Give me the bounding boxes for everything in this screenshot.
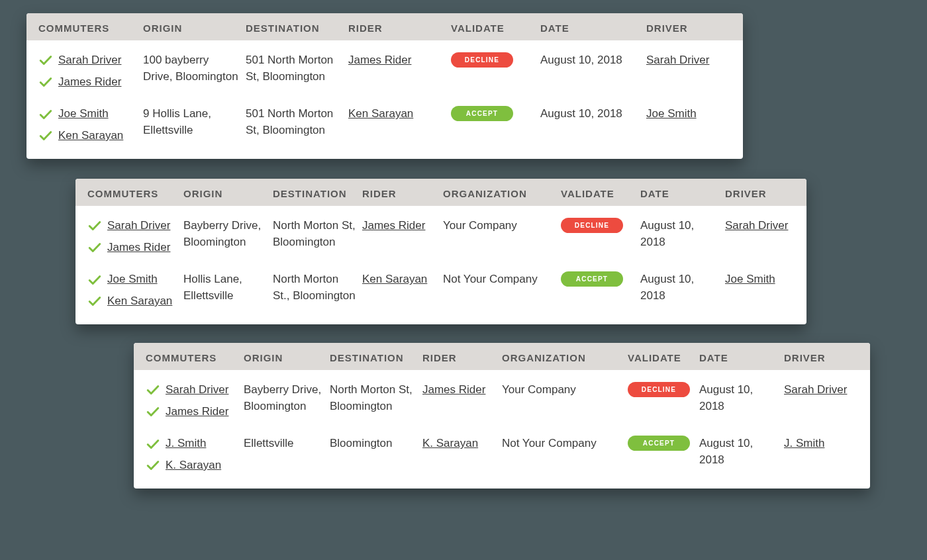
- commuter-link[interactable]: K. Sarayan: [166, 457, 221, 474]
- date-cell: August 10, 2018: [540, 52, 646, 69]
- check-icon: [146, 458, 160, 473]
- date-cell: August 10, 2018: [699, 382, 784, 414]
- date-cell: August 10, 2018: [699, 436, 784, 468]
- date-cell: August 10, 2018: [640, 218, 725, 250]
- rider-link[interactable]: James Rider: [422, 383, 485, 396]
- check-icon: [87, 240, 102, 255]
- commuter-item: Sarah Driver: [146, 382, 237, 398]
- organization-cell: Not Your Company: [443, 271, 561, 288]
- commuter-link[interactable]: James Rider: [166, 404, 228, 420]
- destination-cell: North Morton St, Bloomington: [330, 382, 422, 414]
- col-destination: DESTINATION: [330, 352, 422, 363]
- accept-button[interactable]: ACCEPT: [628, 436, 690, 451]
- driver-link[interactable]: Joe Smith: [646, 107, 697, 120]
- driver-link[interactable]: Sarah Driver: [646, 54, 709, 66]
- check-icon: [38, 75, 53, 89]
- commuter-link[interactable]: Ken Sarayan: [107, 293, 172, 310]
- rider-link[interactable]: Ken Sarayan: [362, 273, 427, 285]
- col-rider: RIDER: [348, 23, 451, 34]
- col-rider: RIDER: [362, 188, 443, 199]
- commuter-link[interactable]: Joe Smith: [107, 271, 158, 288]
- accept-button[interactable]: ACCEPT: [561, 271, 623, 287]
- table-row: Joe SmithKen SarayanHollis Lane, Elletts…: [75, 259, 806, 313]
- commuter-link[interactable]: Joe Smith: [58, 106, 109, 122]
- commuter-item: James Rider: [87, 240, 177, 256]
- rider-link[interactable]: James Rider: [362, 219, 425, 232]
- rider-link[interactable]: James Rider: [348, 54, 411, 66]
- driver-link[interactable]: Sarah Driver: [784, 383, 847, 396]
- commuter-link[interactable]: Sarah Driver: [166, 382, 228, 398]
- trip-table-card-1: COMMUTERS ORIGIN DESTINATION RIDER VALID…: [26, 13, 743, 159]
- check-icon: [87, 294, 102, 308]
- col-commuters: COMMUTERS: [38, 23, 143, 34]
- table-row: Sarah DriverJames RiderBayberry Drive, B…: [75, 206, 806, 259]
- commuter-link[interactable]: J. Smith: [166, 436, 206, 452]
- commuter-item: Joe Smith: [87, 271, 177, 288]
- col-validate: VALIDATE: [628, 352, 699, 363]
- col-origin: ORIGIN: [143, 23, 246, 34]
- table-row: J. SmithK. SarayanEllettsvilleBloomingto…: [134, 424, 870, 477]
- organization-cell: Not Your Company: [502, 436, 628, 452]
- table-body: Sarah DriverJames Rider100 bayberry Driv…: [26, 40, 743, 159]
- destination-cell: North Morton St, Bloomington: [273, 218, 362, 250]
- col-date: DATE: [699, 352, 784, 363]
- col-origin: ORIGIN: [244, 352, 330, 363]
- origin-cell: 9 Hollis Lane, Ellettsville: [143, 106, 246, 138]
- col-driver: DRIVER: [646, 23, 739, 34]
- destination-cell: North Morton St., Bloomington: [273, 271, 362, 304]
- commuter-link[interactable]: Sarah Driver: [107, 218, 170, 234]
- col-commuters: COMMUTERS: [87, 188, 183, 199]
- destination-cell: 501 North Morton St, Bloomington: [246, 106, 348, 138]
- table-header: COMMUTERS ORIGIN DESTINATION RIDER ORGAN…: [134, 343, 870, 370]
- col-rider: RIDER: [422, 352, 502, 363]
- check-icon: [87, 273, 102, 287]
- commuter-item: James Rider: [146, 404, 237, 420]
- check-icon: [146, 437, 160, 451]
- col-destination: DESTINATION: [273, 188, 362, 199]
- commuter-item: Ken Sarayan: [87, 293, 177, 310]
- col-origin: ORIGIN: [183, 188, 273, 199]
- commuter-item: James Rider: [38, 74, 136, 91]
- commuter-item: J. Smith: [146, 436, 237, 452]
- driver-link[interactable]: J. Smith: [784, 437, 824, 449]
- rider-link[interactable]: Ken Sarayan: [348, 107, 413, 120]
- col-destination: DESTINATION: [246, 23, 348, 34]
- commuter-link[interactable]: Sarah Driver: [58, 52, 121, 69]
- commuter-link[interactable]: James Rider: [58, 74, 121, 91]
- organization-cell: Your Company: [502, 382, 628, 398]
- driver-link[interactable]: Joe Smith: [725, 273, 775, 285]
- check-icon: [38, 53, 53, 68]
- driver-link[interactable]: Sarah Driver: [725, 219, 788, 232]
- destination-cell: 501 North Morton St, Bloomington: [246, 52, 348, 85]
- decline-button[interactable]: DECLINE: [561, 218, 623, 233]
- commuter-item: Ken Sarayan: [38, 128, 136, 144]
- table-row: Sarah DriverJames Rider100 bayberry Driv…: [26, 40, 743, 94]
- col-validate: VALIDATE: [561, 188, 640, 199]
- check-icon: [146, 383, 160, 397]
- check-icon: [38, 107, 53, 122]
- table-row: Sarah DriverJames RiderBayberry Drive, B…: [134, 370, 870, 424]
- decline-button[interactable]: DECLINE: [628, 382, 690, 397]
- origin-cell: Bayberry Drive, Bloomington: [244, 382, 330, 414]
- col-date: DATE: [640, 188, 725, 199]
- destination-cell: Bloomington: [330, 436, 422, 452]
- table-row: Joe SmithKen Sarayan9 Hollis Lane, Ellet…: [26, 94, 743, 148]
- rider-link[interactable]: K. Sarayan: [422, 437, 478, 449]
- trip-table-card-2: COMMUTERS ORIGIN DESTINATION RIDER ORGAN…: [75, 179, 806, 324]
- table-body: Sarah DriverJames RiderBayberry Drive, B…: [75, 206, 806, 324]
- table-header: COMMUTERS ORIGIN DESTINATION RIDER VALID…: [26, 13, 743, 40]
- col-driver: DRIVER: [784, 352, 857, 363]
- col-commuters: COMMUTERS: [146, 352, 244, 363]
- decline-button[interactable]: DECLINE: [451, 52, 513, 68]
- commuter-link[interactable]: Ken Sarayan: [58, 128, 123, 144]
- check-icon: [38, 128, 53, 143]
- origin-cell: Bayberry Drive, Bloomington: [183, 218, 273, 250]
- commuter-item: K. Sarayan: [146, 457, 237, 474]
- origin-cell: Hollis Lane, Ellettsville: [183, 271, 273, 304]
- commuter-item: Joe Smith: [38, 106, 136, 122]
- col-date: DATE: [540, 23, 646, 34]
- commuter-item: Sarah Driver: [87, 218, 177, 234]
- accept-button[interactable]: ACCEPT: [451, 106, 513, 121]
- commuter-link[interactable]: James Rider: [107, 240, 170, 256]
- trip-table-card-3: COMMUTERS ORIGIN DESTINATION RIDER ORGAN…: [134, 343, 870, 489]
